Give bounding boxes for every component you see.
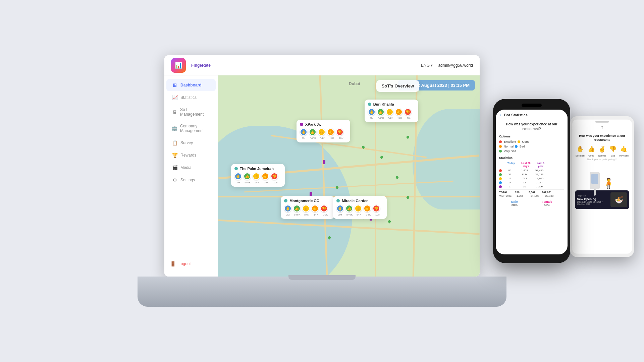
sidebar-item-company-management[interactable]: 🏢 Company Management	[166, 120, 216, 136]
nav-label-dashboard: Dashboard	[180, 83, 202, 87]
green-marker-10	[406, 135, 410, 139]
val-year-3: 2,127	[533, 181, 546, 184]
male-pct: 38%	[511, 203, 518, 207]
nav-icon-sot-management: 🖥	[172, 109, 177, 115]
rating-icon-3: 🤙	[395, 108, 402, 116]
val-month-4: 36	[518, 185, 531, 188]
location-card-montgomerie[interactable]: Montgomerie GC 🤚👍✌️🤙👎 2M546K54K14K10K	[281, 196, 334, 219]
kiosk-illustration: 🧍	[575, 162, 629, 189]
rating-icon-2: ✌️	[253, 173, 260, 180]
loc-stat-3: 14K	[365, 213, 372, 216]
tablet-content: How was your experience at our restauran…	[572, 131, 632, 254]
option-verybad: Very Bad	[499, 149, 564, 153]
visitors-month: 34,156	[528, 194, 541, 197]
options-label: Options	[499, 135, 564, 138]
laptop-base	[138, 277, 506, 307]
loc-stat-0: 2M	[300, 137, 307, 140]
sidebar-item-settings[interactable]: ⚙ Settings	[166, 174, 216, 186]
ad-brand: FingeRate	[577, 195, 608, 197]
loc-stat-1: 546K	[244, 181, 251, 184]
nav-label-statistics: Statistics	[180, 95, 197, 100]
loc-dot	[336, 199, 340, 202]
green-marker-4	[395, 175, 399, 179]
location-card-burj-khalifa[interactable]: Burj Khalifa 🤚👍✌️🤙👎 2M546K54K14K10K	[365, 100, 418, 122]
logout-icon: 🚪	[170, 261, 176, 266]
rating-icon-2: ✌️	[355, 205, 362, 212]
sidebar-item-rewards[interactable]: 🏆 Rewards	[166, 149, 216, 161]
loc-icons: 🤚👍✌️🤙👎	[336, 205, 383, 212]
sidebar-item-sot-management[interactable]: 🖥 SoT Management	[166, 104, 216, 120]
female-pct: 62%	[542, 203, 552, 207]
val-today-1: 32	[503, 173, 517, 176]
visitors-today: 1,256	[513, 194, 527, 197]
stats-dot-3	[499, 181, 502, 184]
loc-title: Montgomerie GC	[284, 199, 331, 203]
loc-stat-0: 2M	[368, 117, 375, 120]
loc-name: Montgomerie GC	[289, 199, 319, 203]
sidebar-item-dashboard[interactable]: ⊞ Dashboard	[166, 79, 216, 91]
sot-overview-card: SoT's Overview	[376, 80, 419, 92]
app-body: ⊞ Dashboard 📈 Statistics 🖥 SoT Managemen…	[164, 75, 480, 277]
location-card-miracle-garden[interactable]: Miracle Garden 🤚👍✌️🤙👎 2M546K54K14K10K	[333, 196, 387, 219]
loc-name: XPark Jr.	[305, 122, 321, 126]
laptop-screen: 📊 FingeRate ENG ▾ admin@gg56.world ⊞ Das…	[164, 55, 480, 277]
survey-icon-excellent[interactable]: ✋ Excellent	[576, 144, 585, 157]
sidebar-item-statistics[interactable]: 📈 Statistics	[166, 92, 216, 104]
loc-title: Miracle Garden	[336, 199, 383, 203]
loc-stat-3: 14K	[396, 117, 404, 120]
nav-label-settings: Settings	[180, 178, 195, 182]
rating-icon-0: 🤚	[234, 173, 242, 180]
option-dot-bad	[515, 145, 518, 148]
rating-icon-1: 👍	[244, 173, 251, 180]
logout-button[interactable]: 🚪 Logout	[164, 258, 218, 270]
val-month-1: 1174	[518, 173, 531, 176]
rating-icon-1: 👍	[345, 205, 353, 212]
sidebar-item-survey[interactable]: 📋 Survey	[166, 137, 216, 149]
sot-overview-title: SoT's Overview	[382, 83, 414, 88]
loc-stat-3: 14K	[328, 137, 335, 140]
statistics-section: Statistics Today Last 30 days Last 1 yea…	[499, 156, 564, 207]
rating-icon-0: 🤚	[300, 128, 307, 136]
val-today-3: 5	[503, 181, 517, 184]
rating-icon-0: 🤚	[284, 205, 291, 212]
survey-icon-verybad[interactable]: 🤙 Very Bad	[619, 144, 628, 157]
language-selector[interactable]: ENG ▾	[421, 63, 433, 68]
total-year: 107,861	[540, 191, 553, 194]
rating-icon-2: ✌️	[386, 108, 393, 116]
visitors-year: 23,158	[543, 194, 556, 197]
phone-body: How was your experience at our restauran…	[496, 119, 568, 254]
val-today-0: 86	[503, 169, 517, 172]
tablet-frame: ↑ How was your experience at our restaur…	[570, 116, 634, 257]
loc-stats: 2M546K54K14K10K	[300, 137, 347, 140]
survey-icon-bad[interactable]: 👎 Bad	[608, 144, 618, 157]
person-icon: 🧍	[602, 177, 615, 189]
location-card-palm-jumeirah[interactable]: The Palm Jumeirah 🤚👍✌️🤙👎 2M546K54K14K10K	[231, 164, 285, 187]
user-email: admin@gg56.world	[438, 63, 473, 68]
location-card-xpark-jr[interactable]: XPark Jr. 🤚👍✌️🤙👎 2M546K54K14K10K	[297, 120, 350, 142]
loc-dot	[300, 123, 303, 126]
loc-stat-4: 10K	[337, 137, 345, 140]
phone-notch	[522, 104, 542, 107]
rating-icon-4: 👎	[373, 205, 380, 212]
kiosk-body	[590, 172, 600, 189]
sidebar-item-media[interactable]: 🎬 Media	[166, 162, 216, 174]
laptop-notch	[288, 275, 356, 280]
loc-stat-2: 54K	[355, 213, 363, 216]
stats-total-row: TOTAL: 136 3,367 107,861	[499, 189, 564, 194]
survey-icon-good[interactable]: 👍 Good	[587, 144, 596, 157]
sidebar: ⊞ Dashboard 📈 Statistics 🖥 SoT Managemen…	[164, 75, 218, 277]
phone-screen: ‹ Bot Statistics How was your experience…	[496, 110, 568, 254]
female-label: Female	[542, 200, 552, 203]
stats-row-0: 86 1,402 59,450	[499, 169, 564, 172]
loc-stat-3: 14K	[263, 181, 270, 184]
loc-dot	[234, 167, 238, 170]
options-section: Options Excellent Good Normal	[499, 135, 564, 153]
phone-back-button[interactable]: ‹	[500, 112, 501, 118]
stats-dot-0	[499, 169, 502, 172]
total-label: TOTAL:	[499, 191, 509, 194]
survey-icon-normal[interactable]: ✌️ Normal	[597, 144, 607, 157]
logo-icon: 📊	[171, 58, 186, 73]
normal-hand-icon: ✌️	[597, 144, 607, 154]
nav-icon-rewards: 🏆	[172, 153, 178, 158]
visitors-row: VISITORS: 1,256 34,156 23,158	[499, 194, 564, 197]
